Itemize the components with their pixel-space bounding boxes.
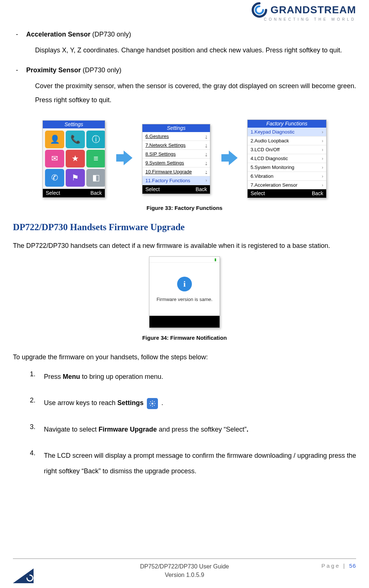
call-settings-icon: 📞: [66, 131, 85, 148]
softkey-left[interactable]: Select: [145, 186, 160, 192]
menu-item-factory[interactable]: 11.Factory Functions›: [142, 176, 210, 185]
battery-icon: ▮: [214, 257, 217, 262]
page-content: - Acceleration Sensor (DP730 only) Displ…: [13, 0, 356, 479]
arrow-right-icon: [114, 148, 133, 169]
step-2: 2. Use arrow keys to reach Settings .: [30, 395, 356, 411]
arrow-right-icon: [219, 148, 238, 169]
tools-icon: ⚑: [66, 169, 85, 187]
menu-list: 1.Keypad Diagnostic› 2.Audio Loopback› 3…: [248, 128, 326, 189]
brand-name: GRANDSTREAM: [270, 4, 356, 16]
menu-list: 6.Gestures› 7.Network Settings› 8.SIP Se…: [142, 132, 210, 185]
chevron-right-icon: ›: [322, 147, 323, 152]
softkey-left[interactable]: Select: [46, 190, 60, 196]
section-heading-firmware-upgrade: DP722/DP730 Handsets Firmware Upgrade: [13, 222, 356, 232]
menu-item-system[interactable]: 9.System Settings›: [142, 159, 210, 167]
menu-item-vibration[interactable]: 6.Vibration›: [248, 172, 326, 181]
section-intro: The DP722/DP730 handsets can detect if a…: [13, 241, 356, 251]
bullet-title: Acceleration Sensor: [26, 31, 90, 38]
bullet-title: Proximity Sensor: [26, 66, 81, 74]
screen-title: Settings: [43, 121, 105, 128]
page-number: Page | 56: [321, 563, 356, 569]
menu-item-gestures[interactable]: 6.Gestures›: [142, 132, 210, 141]
favorites-icon: ★: [66, 150, 85, 167]
bullet-proximity-sensor: - Proximity Sensor (DP730 only) Cover th…: [13, 66, 356, 107]
softkey-bar-empty: [149, 316, 220, 328]
bullet-body: Displays X, Y, Z coordinates. Change han…: [35, 44, 356, 58]
step-number: 1.: [30, 369, 37, 379]
grandstream-mark-icon: [251, 2, 268, 18]
voicemail-icon: ✉: [45, 150, 64, 167]
status-bar: ▮: [149, 257, 220, 263]
page-footer: DP752/DP722/DP730 User Guide Version 1.0…: [13, 558, 356, 579]
step-4: 4. The LCD screen will display a prompt …: [30, 448, 356, 479]
chevron-right-icon: ›: [206, 151, 207, 156]
svg-point-2: [152, 402, 154, 404]
call-icon: ✆: [45, 169, 64, 187]
figure-33-caption: Figure 33: Factory Functions: [13, 205, 356, 211]
list-icon: ≡: [86, 150, 105, 167]
chevron-right-icon: ›: [206, 160, 207, 165]
menu-item-audio-loop[interactable]: 2.Audio Loopback›: [248, 136, 326, 145]
chevron-right-icon: ›: [206, 142, 207, 148]
menu-item-lcd-onoff[interactable]: 3.LCD On/Off›: [248, 145, 326, 154]
settings-tile-icon: [147, 398, 158, 409]
bullet-note: (DP730 only): [81, 66, 121, 74]
figure-34-caption: Figure 34: Firmware Notification: [13, 335, 356, 341]
settings-icons-screen: Settings 👤 📞 ⓘ ✉ ★ ≡ ✆ ⚑ ◧ Select Back: [42, 120, 105, 198]
misc-icon: ◧: [86, 169, 105, 187]
dash-icon: -: [16, 66, 18, 74]
settings-list-screen: Settings 6.Gestures› 7.Network Settings›…: [142, 124, 210, 194]
bullet-note: (DP730 only): [90, 31, 131, 38]
menu-item-firmware[interactable]: 10.Firmware Upgrade›: [142, 167, 210, 176]
upgrade-steps-list: 1. Press Menu to bring up operation menu…: [30, 369, 356, 479]
step-number: 2.: [30, 395, 37, 405]
screen-title: Factory Functions: [248, 120, 326, 128]
step-number: 4.: [30, 448, 37, 458]
dash-icon: -: [16, 31, 18, 38]
softkey-bar: Select Back: [142, 185, 210, 194]
step-number: 3.: [30, 422, 37, 432]
menu-label: Menu: [63, 373, 80, 380]
brand-tagline: CONNECTING THE WORLD: [251, 17, 356, 21]
svg-marker-0: [116, 151, 132, 165]
chevron-right-icon: ›: [206, 169, 207, 174]
softkey-right[interactable]: Back: [196, 186, 207, 192]
info-icon: i: [177, 277, 192, 291]
network-icon: ⓘ: [86, 131, 105, 148]
softkey-right[interactable]: Back: [90, 190, 102, 196]
chevron-right-icon: ›: [322, 156, 323, 161]
bullet-body: Cover the proximity sensor, when the sen…: [35, 79, 356, 107]
softkey-right[interactable]: Back: [312, 190, 323, 196]
footer-logo-icon: [13, 565, 34, 585]
chevron-right-icon: ›: [206, 134, 207, 139]
factory-functions-screen: Factory Functions 1.Keypad Diagnostic› 2…: [247, 120, 327, 198]
menu-item-network[interactable]: 7.Network Settings›: [142, 141, 210, 150]
notification-text: Firmware version is same.: [156, 297, 213, 302]
menu-item-keypad-diag[interactable]: 1.Keypad Diagnostic›: [248, 128, 326, 136]
chevron-right-icon: ›: [322, 165, 323, 170]
brand-logo: GRANDSTREAM CONNECTING THE WORLD: [251, 2, 356, 21]
contacts-icon: 👤: [45, 131, 64, 148]
menu-item-accel[interactable]: 7.Acceleration Sensor›: [248, 181, 326, 189]
menu-item-lcd-diag[interactable]: 4.LCD Diagnostic›: [248, 154, 326, 163]
step-1: 1. Press Menu to bring up operation menu…: [30, 369, 356, 384]
chevron-right-icon: ›: [322, 183, 323, 188]
settings-label: Settings: [117, 399, 144, 407]
footer-title: DP752/DP722/DP730 User Guide: [140, 563, 229, 571]
icon-grid: 👤 📞 ⓘ ✉ ★ ≡ ✆ ⚑ ◧: [43, 128, 105, 189]
softkey-bar: Select Back: [43, 189, 105, 197]
svg-marker-1: [221, 151, 238, 165]
step-3: 3. Navigate to select Firmware Upgrade a…: [30, 422, 356, 437]
chevron-right-icon: ›: [322, 129, 323, 135]
menu-item-sys-mon[interactable]: 5.System Monitoring›: [248, 163, 326, 172]
firmware-notification-screen: ▮ i Firmware version is same.: [149, 256, 220, 328]
chevron-right-icon: ›: [206, 178, 207, 183]
steps-intro: To upgrade the firmware on your handsets…: [13, 352, 356, 363]
chevron-right-icon: ›: [322, 138, 323, 143]
bullet-acceleration-sensor: - Acceleration Sensor (DP730 only) Displ…: [13, 31, 356, 58]
menu-item-sip[interactable]: 8.SIP Settings›: [142, 150, 210, 159]
screen-title: Settings: [142, 124, 210, 132]
softkey-bar: Select Back: [248, 189, 326, 198]
chevron-right-icon: ›: [322, 174, 323, 179]
softkey-left[interactable]: Select: [251, 190, 265, 196]
